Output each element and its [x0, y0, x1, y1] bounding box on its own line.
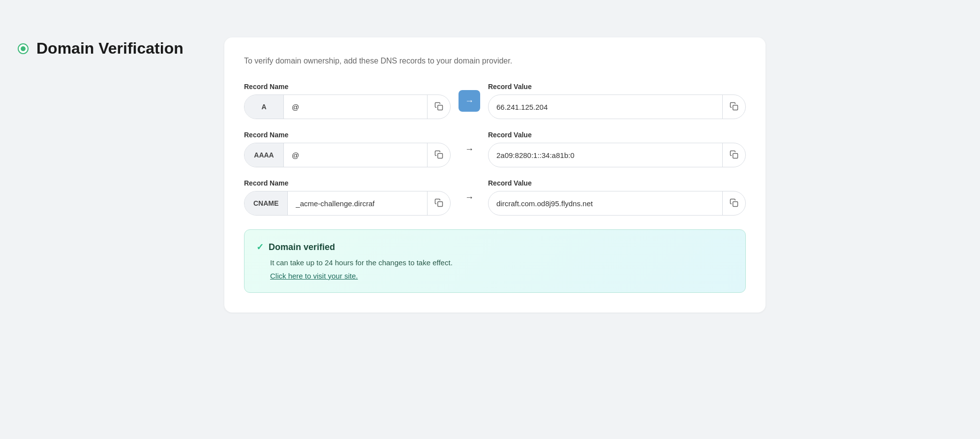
- main-card: To verify domain ownership, add these DN…: [224, 37, 766, 313]
- arrow-container-1: →: [459, 90, 480, 112]
- copy-name-button-1[interactable]: [427, 95, 450, 119]
- svg-rect-1: [733, 105, 738, 110]
- page-layout: Domain Verification To verify domain own…: [0, 20, 980, 439]
- record-value-group-3: Record Value dircraft.com.od8j95.flydns.…: [488, 179, 746, 216]
- check-icon: ✓: [256, 242, 264, 252]
- record-name-group-2: Record Name AAAA @: [244, 131, 451, 167]
- copy-name-button-3[interactable]: [427, 191, 450, 215]
- copy-value-button-1[interactable]: [722, 95, 745, 119]
- title-row: Domain Verification: [18, 39, 189, 58]
- copy-value-icon-3: [730, 198, 738, 209]
- dns-record-2: Record Name AAAA @: [244, 131, 746, 167]
- record-value-input-row-3: dircraft.com.od8j95.flydns.net: [488, 191, 746, 216]
- description-text: To verify domain ownership, add these DN…: [244, 55, 746, 67]
- record-name-label-2: Record Name: [244, 131, 451, 139]
- svg-rect-5: [733, 201, 738, 206]
- record-type-a: A: [245, 95, 284, 119]
- record-name-label-3: Record Name: [244, 179, 451, 187]
- record-value-3: dircraft.com.od8j95.flydns.net: [489, 199, 722, 208]
- verified-header: ✓ Domain verified: [256, 242, 732, 252]
- copy-icon-1: [434, 102, 443, 112]
- record-value-input-row-1: 66.241.125.204: [488, 94, 746, 119]
- record-name-value-1: @: [284, 103, 427, 111]
- record-value-label-3: Record Value: [488, 179, 746, 187]
- page-title: Domain Verification: [36, 39, 184, 58]
- dns-record-3: Record Name CNAME _acme-challenge.dircra…: [244, 179, 746, 216]
- arrow-icon-3: →: [465, 192, 474, 203]
- record-value-input-row-2: 2a09:8280:1::34:a81b:0: [488, 143, 746, 167]
- arrow-icon-2: →: [465, 144, 474, 155]
- record-value-2: 2a09:8280:1::34:a81b:0: [489, 151, 722, 159]
- left-panel: Domain Verification: [0, 20, 207, 77]
- dns-row-2: Record Name AAAA @: [244, 131, 746, 167]
- record-name-value-3: _acme-challenge.dircraf: [288, 199, 427, 208]
- record-name-group-1: Record Name A @: [244, 83, 451, 119]
- svg-rect-4: [438, 201, 443, 206]
- arrow-container-3: →: [459, 187, 480, 208]
- svg-rect-0: [438, 105, 443, 110]
- record-value-label-2: Record Value: [488, 131, 746, 139]
- record-value-group-2: Record Value 2a09:8280:1::34:a81b:0: [488, 131, 746, 167]
- record-value-label-1: Record Value: [488, 83, 746, 91]
- dns-row-3: Record Name CNAME _acme-challenge.dircra…: [244, 179, 746, 216]
- visit-site-link[interactable]: Click here to visit your site.: [270, 272, 358, 280]
- verified-description: It can take up to 24 hours for the chang…: [270, 257, 732, 269]
- arrow-container-2: →: [459, 138, 480, 160]
- record-value-group-1: Record Value 66.241.125.204: [488, 83, 746, 119]
- record-name-input-row-2: AAAA @: [244, 143, 451, 167]
- status-dot: [18, 43, 29, 54]
- copy-value-button-2[interactable]: [722, 143, 745, 167]
- copy-value-icon-1: [730, 102, 738, 112]
- verified-title: Domain verified: [269, 242, 335, 252]
- record-value-1: 66.241.125.204: [489, 103, 722, 111]
- record-name-group-3: Record Name CNAME _acme-challenge.dircra…: [244, 179, 451, 216]
- arrow-icon-1: →: [465, 96, 474, 106]
- svg-rect-2: [438, 153, 443, 158]
- record-name-input-row-3: CNAME _acme-challenge.dircraf: [244, 191, 451, 216]
- dns-record-1: Record Name A @: [244, 83, 746, 119]
- record-type-cname: CNAME: [245, 191, 288, 215]
- copy-name-button-2[interactable]: [427, 143, 450, 167]
- copy-value-icon-2: [730, 150, 738, 160]
- copy-icon-3: [434, 198, 443, 209]
- right-panel: To verify domain ownership, add these DN…: [207, 20, 980, 330]
- record-name-label-1: Record Name: [244, 83, 451, 91]
- copy-icon-2: [434, 150, 443, 160]
- svg-rect-3: [733, 153, 738, 158]
- record-name-input-row-1: A @: [244, 94, 451, 119]
- dns-row-1: Record Name A @: [244, 83, 746, 119]
- status-dot-inner: [21, 46, 26, 51]
- copy-value-button-3[interactable]: [722, 191, 745, 215]
- record-type-aaaa: AAAA: [245, 143, 284, 167]
- record-name-value-2: @: [284, 151, 427, 159]
- verified-box: ✓ Domain verified It can take up to 24 h…: [244, 229, 746, 293]
